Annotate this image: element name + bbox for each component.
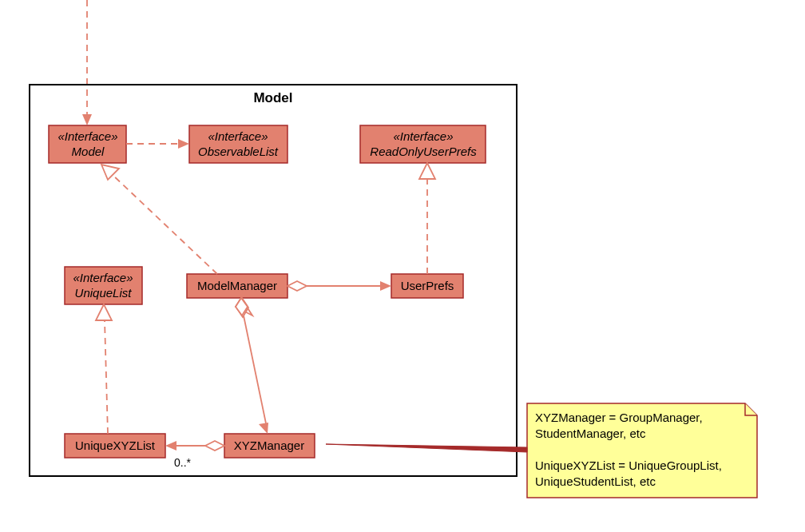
agg-modelmanager-userprefs xyxy=(288,281,391,291)
note-line1: XYZManager = GroupManager, xyxy=(535,411,703,424)
observable-list-stereotype: «Interface» xyxy=(208,129,268,143)
dep-external-to-model xyxy=(82,0,92,125)
realize-modelmanager-model xyxy=(101,165,217,274)
mult-uniquexyzlist: 0..* xyxy=(174,456,192,469)
note-line2: StudentManager, etc xyxy=(535,427,646,440)
svg-marker-21 xyxy=(380,281,391,291)
svg-marker-18 xyxy=(96,304,112,320)
svg-marker-25 xyxy=(259,423,268,434)
dep-model-to-observablelist xyxy=(126,139,189,149)
agg-modelmanager-xyzmanager xyxy=(236,298,268,434)
svg-marker-1 xyxy=(82,114,92,125)
readonly-userprefs-stereotype: «Interface» xyxy=(393,129,453,143)
svg-line-17 xyxy=(105,320,108,434)
realize-userprefs-readonly xyxy=(419,163,435,274)
class-xyz-manager: XYZManager xyxy=(224,434,315,458)
class-unique-xyz-list: UniqueXYZList xyxy=(65,434,165,458)
note-line3: UniqueXYZList = UniqueGroupList, xyxy=(535,459,722,472)
readonly-userprefs-name: ReadOnlyUserPrefs xyxy=(370,145,477,158)
svg-marker-14 xyxy=(101,165,119,180)
unique-xyz-list-name: UniqueXYZList xyxy=(75,439,156,452)
svg-marker-27 xyxy=(205,441,224,451)
svg-line-24 xyxy=(244,316,266,423)
xyz-manager-name: XYZManager xyxy=(234,439,304,452)
svg-marker-29 xyxy=(165,441,176,451)
note-line4: UniqueStudentList, etc xyxy=(535,474,656,488)
model-stereotype: «Interface» xyxy=(58,129,117,143)
svg-marker-19 xyxy=(288,281,307,291)
unique-list-name: UniqueList xyxy=(75,286,133,300)
observable-list-name: ObservableList xyxy=(198,145,279,158)
svg-line-13 xyxy=(112,174,217,274)
user-prefs-name: UserPrefs xyxy=(401,279,454,292)
class-unique-list: «Interface» UniqueList xyxy=(65,267,142,304)
realize-uniquexyzlist-uniquelist xyxy=(96,304,112,434)
agg-xyzmanager-uniquexyzlist: 0..* xyxy=(165,441,224,469)
class-user-prefs: UserPrefs xyxy=(391,274,463,298)
note-xyzmanager: XYZManager = GroupManager, StudentManage… xyxy=(527,403,757,498)
svg-marker-12 xyxy=(178,139,189,149)
note-link xyxy=(326,444,527,452)
class-observable-list: «Interface» ObservableList xyxy=(189,125,288,163)
svg-marker-16 xyxy=(419,163,435,179)
package-title: Model xyxy=(253,90,292,105)
class-readonly-userprefs: «Interface» ReadOnlyUserPrefs xyxy=(360,125,486,163)
class-model: «Interface» Model xyxy=(49,125,126,163)
unique-list-stereotype: «Interface» xyxy=(73,271,133,284)
class-model-manager: ModelManager xyxy=(187,274,288,298)
model-name: Model xyxy=(72,145,105,158)
uml-diagram: Model «Interface» Model «Interface» Obse… xyxy=(0,0,805,532)
model-manager-name: ModelManager xyxy=(197,279,277,292)
